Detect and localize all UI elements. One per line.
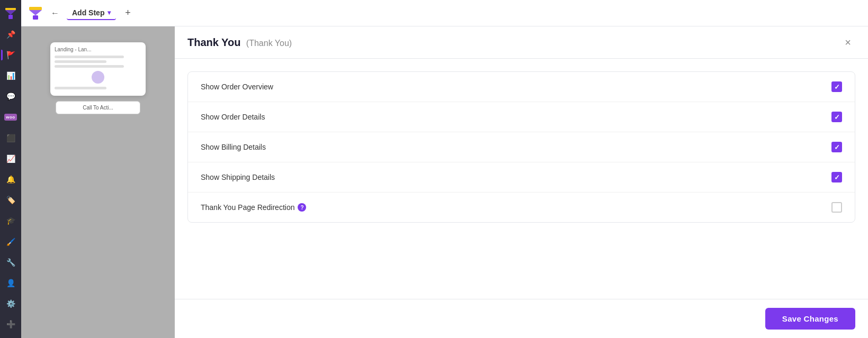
checkbox-show-shipping-details[interactable] (831, 172, 842, 182)
comment-icon[interactable]: 💬 (1, 87, 20, 106)
plus-circle-icon[interactable]: ➕ (1, 315, 20, 334)
option-row-thank-you-redirection: Thank You Page Redirection ? (188, 193, 855, 222)
add-icon[interactable]: + (120, 6, 135, 21)
panel-close-button[interactable]: × (840, 35, 855, 50)
wrench-icon[interactable]: 🔧 (1, 253, 20, 271)
woo-icon[interactable]: woo (1, 108, 20, 126)
svg-marker-1 (5, 10, 16, 15)
poll-icon[interactable]: 📊 (1, 67, 20, 85)
svg-rect-2 (8, 15, 13, 19)
canvas-line-2 (55, 60, 106, 63)
panel-body: Show Order Overview Show Order Details S… (175, 59, 868, 299)
panel-title: Thank You (187, 36, 240, 48)
hat-icon[interactable]: 🎓 (1, 212, 20, 230)
canvas-card-label: Landing - Lan... (55, 47, 141, 52)
add-step-button[interactable]: Add Step ▾ (67, 6, 116, 20)
checkbox-show-order-overview[interactable] (831, 81, 842, 92)
svg-rect-0 (5, 8, 16, 10)
canvas-circle (92, 71, 104, 84)
option-row-show-order-overview: Show Order Overview (188, 72, 855, 102)
help-icon-redirection[interactable]: ? (298, 203, 306, 212)
flag-icon[interactable]: 🚩 (1, 45, 20, 64)
topbar-logo (28, 5, 43, 21)
canvas-cta[interactable]: Call To Acti... (56, 101, 140, 114)
pin-icon[interactable]: 📌 (1, 25, 20, 43)
option-label-show-billing-details: Show Billing Details (201, 143, 266, 151)
option-row-show-billing-details: Show Billing Details (188, 132, 855, 162)
back-button[interactable]: ← (48, 6, 62, 21)
checkbox-thank-you-redirection[interactable] (831, 202, 842, 213)
funnel-icon[interactable] (1, 4, 20, 23)
options-section: Show Order Overview Show Order Details S… (187, 71, 855, 223)
option-row-show-order-details: Show Order Details (188, 102, 855, 132)
layers-icon[interactable]: ⬛ (1, 129, 20, 147)
option-label-show-shipping-details: Show Shipping Details (201, 173, 275, 181)
panel-subtitle: (Thank You) (246, 39, 292, 48)
person-icon[interactable]: 👤 (1, 273, 20, 292)
option-label-show-order-details: Show Order Details (201, 113, 265, 121)
save-changes-button[interactable]: Save Changes (765, 308, 855, 330)
option-row-show-shipping-details: Show Shipping Details (188, 162, 855, 193)
panel-title-container: Thank You (Thank You) (187, 36, 292, 49)
bell-icon[interactable]: 🔔 (1, 170, 20, 189)
option-label-show-order-overview: Show Order Overview (201, 83, 273, 91)
canvas-card: Landing - Lan... (50, 42, 146, 96)
content-area: Landing - Lan... Call To Acti... Thank Y… (21, 26, 868, 338)
canvas-line-3 (55, 65, 124, 68)
canvas-panel: Landing - Lan... Call To Acti... (21, 26, 175, 338)
badge-icon[interactable]: 🏷️ (1, 191, 20, 209)
settings-icon[interactable]: ⚙️ (1, 295, 20, 313)
settings-panel: Thank You (Thank You) × Show Order Overv… (175, 26, 868, 338)
chart-icon[interactable]: 📈 (1, 149, 20, 168)
canvas-line-4 (55, 87, 106, 89)
panel-header: Thank You (Thank You) × (175, 26, 868, 59)
brush-icon[interactable]: 🖌️ (1, 232, 20, 251)
checkbox-show-billing-details[interactable] (831, 142, 842, 152)
panel-footer: Save Changes (175, 299, 868, 338)
svg-rect-5 (33, 15, 38, 20)
svg-marker-4 (29, 10, 42, 15)
svg-rect-3 (29, 7, 42, 10)
checkbox-show-order-details[interactable] (831, 112, 842, 122)
sidebar: 📌 🚩 📊 💬 woo ⬛ 📈 🔔 🏷️ 🎓 🖌️ 🔧 👤 ⚙️ ➕ (0, 0, 21, 338)
canvas-line-1 (55, 56, 124, 58)
topbar: ← Add Step ▾ + (21, 0, 868, 26)
option-label-thank-you-redirection: Thank You Page Redirection ? (201, 203, 306, 212)
